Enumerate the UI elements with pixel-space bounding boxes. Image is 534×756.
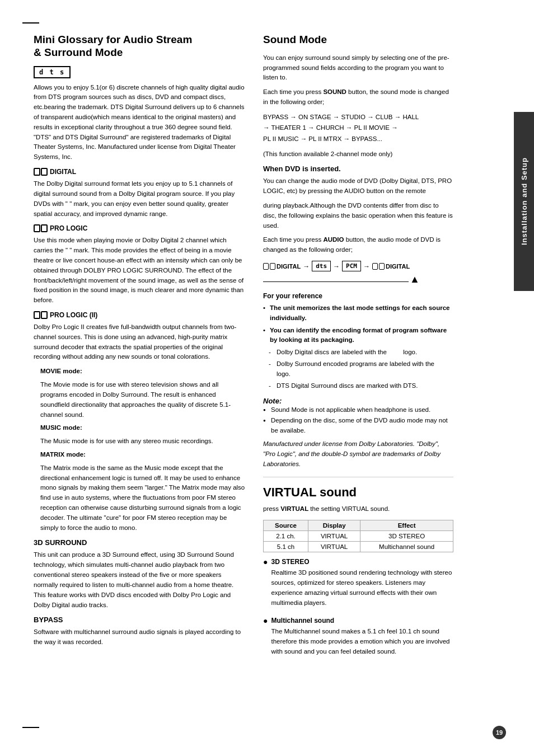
table-header-source: Source (264, 520, 308, 531)
side-tab-text: Installation and Setup (520, 157, 528, 245)
page-number: 19 (493, 726, 506, 739)
dd-symbol (34, 168, 48, 176)
when-dvd-inserted-title: When DVD is inserted. (263, 165, 453, 173)
flow-underline (263, 281, 409, 282)
note-title: Note: (263, 397, 282, 405)
corner-decoration-top (22, 22, 39, 24)
sound-mode-flow: BYPASS → ON STAGE → STUDIO → CLUB → HALL… (263, 112, 453, 145)
pro-logic-rect-1 (34, 224, 40, 232)
left-section-title: Mini Glossary for Audio Stream& Surround… (34, 34, 246, 59)
pro-logic-text: PRO LOGIC (50, 224, 87, 232)
virtual-sound-intro: press VIRTUAL the setting VIRTUAL sound. (263, 504, 453, 514)
flow-dd-1: DIGITAL (263, 263, 301, 270)
flow-arrow-up: ▲ (410, 274, 420, 285)
sound-mode-intro: You can enjoy surround sound simply by s… (263, 53, 453, 83)
corner-decoration-bottom (22, 727, 39, 728)
reference-title: For your reference (263, 292, 453, 300)
audio-flow-container: DIGITAL → dts → PCM → DIGITAL ▲ (263, 261, 453, 285)
pro-logic-label: PRO LOGIC (34, 224, 246, 232)
flow-arrow-2: → (333, 262, 340, 270)
flow-dd-rect-1 (263, 263, 269, 270)
3d-stereo-bullet-dot: ● (263, 557, 268, 566)
note-2: Depending on the disc, some of the DVD a… (263, 416, 453, 436)
table-cell-display-1: VIRTUAL (308, 531, 360, 542)
flow-arrow-3: → (363, 262, 370, 270)
table-row-1: 2.1 ch. VIRTUAL 3D STEREO (264, 531, 453, 542)
dvd-intro: You can change the audio mode of DVD (Do… (263, 176, 453, 196)
multichannel-body: The Multichannel sound makes a 5.1 ch fe… (271, 627, 453, 656)
flow-pcm: PCM (342, 261, 361, 271)
3d-stereo-title: 3D STEREO (271, 558, 453, 566)
table-cell-effect-2: Multichannel sound (360, 542, 453, 552)
3d-stereo-content: 3D STEREO Realtime 3D positioned sound r… (271, 558, 453, 612)
multichannel-section: ● Multichannel sound The Multichannel so… (263, 617, 453, 661)
table-cell-source-2: 5.1 ch (264, 542, 308, 552)
pro-logic-ii-rect-2 (41, 311, 48, 319)
dd-rect-2 (41, 168, 48, 176)
table-cell-source-1: 2.1 ch. (264, 531, 308, 542)
dolby-digital-label: DIGITAL (34, 168, 246, 176)
table-cell-display-2: VIRTUAL (308, 542, 360, 552)
flow-underline-container: ▲ (263, 277, 453, 285)
3d-surround-title: 3D SURROUND (34, 538, 246, 547)
reference-bullets: The unit memorizes the last mode setting… (263, 303, 453, 345)
pro-logic-ii-label: PRO LOGIC (II) (34, 311, 246, 319)
table-header-display: Display (308, 520, 360, 531)
sound-mode-title: Sound Mode (263, 34, 453, 46)
flow-dd-rect-3 (372, 263, 378, 270)
pro-logic-ii-body: Dolby Pro Logic II creates five full-ban… (34, 322, 246, 362)
pro-logic-ii-music-title: MUSIC mode: (34, 423, 246, 433)
3d-stereo-section: ● 3D STEREO Realtime 3D positioned sound… (263, 558, 453, 612)
flow-dts: dts (312, 261, 331, 271)
virtual-sound-title: VIRTUAL sound (263, 485, 453, 500)
multichannel-content: Multichannel sound The Multichannel soun… (271, 617, 453, 661)
pro-logic-ii-music-body: The Music mode is for use with any stere… (34, 436, 246, 447)
ref-dash-1: Dolby Digital discs are labeled with the… (269, 348, 453, 358)
dd-rect-1 (34, 168, 40, 176)
pro-logic-rect-2 (41, 224, 48, 232)
pro-logic-ii-movie-body: The Movie mode is for use with stereo te… (34, 380, 246, 420)
flow-dd-rect-4 (379, 263, 385, 270)
bypass-title: BYPASS (34, 616, 246, 624)
notes-list: Sound Mode is not applicable when headph… (263, 405, 453, 436)
left-column: Mini Glossary for Audio Stream& Surround… (34, 34, 246, 666)
dts-body: Allows you to enjoy 5.1(or 6) discrete c… (34, 83, 246, 163)
dvd-press-info: Each time you press AUDIO button, the au… (263, 235, 453, 255)
dolby-digital-text: DIGITAL (50, 168, 76, 176)
reference-dashes: Dolby Digital discs are labeled with the… (263, 348, 453, 391)
pro-logic-ii-movie-title: MOVIE mode: (34, 367, 246, 377)
pro-logic-ii-rect-1 (34, 311, 40, 319)
virtual-table: Source Display Effect 2.1 ch. VIRTUAL 3D… (263, 520, 453, 552)
flow-arrow-1: → (303, 262, 310, 270)
table-cell-effect-1: 3D STEREO (360, 531, 453, 542)
table-header-effect: Effect (360, 520, 453, 531)
note-section: Note: Sound Mode is not applicable when … (263, 397, 453, 469)
flow-dd-2: DIGITAL (372, 263, 410, 270)
ref-dash-2: Dolby Surround encoded programs are labe… (269, 359, 453, 379)
section-divider (263, 477, 453, 477)
ref-bullet-1: The unit memorizes the last mode setting… (263, 303, 453, 323)
ref-dash-3: DTS Digital Surround discs are marked wi… (269, 381, 453, 391)
note-1: Sound Mode is not applicable when headph… (263, 405, 453, 415)
italic-note: Manufactured under license from Dolby La… (263, 439, 453, 469)
pro-logic-ii-text: PRO LOGIC (II) (50, 311, 97, 319)
pro-logic-ii-matrix-title: MATRIX mode: (34, 450, 246, 460)
3d-surround-body: This unit can produce a 3D Surround effe… (34, 550, 246, 610)
pro-logic-ii-matrix-body: The Matrix mode is the same as the Music… (34, 463, 246, 533)
sound-mode-note: (This function available 2-channel mode … (263, 149, 453, 159)
flow-dd-rect-2 (270, 263, 275, 270)
dts-label: d t s (34, 66, 71, 78)
pro-logic-body: Use this mode when playing movie or Dolb… (34, 236, 246, 306)
bypass-body: Software with multichannel surround audi… (34, 627, 246, 647)
table-row-2: 5.1 ch VIRTUAL Multichannel sound (264, 542, 453, 552)
multichannel-bullet-dot: ● (263, 616, 268, 625)
dvd-body: during playback.Although the DVD content… (263, 201, 453, 231)
audio-flow: DIGITAL → dts → PCM → DIGITAL (263, 261, 453, 271)
sound-mode-press-info: Each time you press SOUND button, the so… (263, 87, 453, 107)
right-column: Sound Mode You can enjoy surround sound … (263, 34, 476, 666)
dolby-digital-body: The Dolby Digital surround format lets y… (34, 179, 246, 219)
3d-stereo-body: Realtime 3D positioned sound rendering t… (271, 568, 453, 608)
side-tab: Installation and Setup (514, 112, 534, 291)
main-content: Mini Glossary for Audio Stream& Surround… (34, 34, 515, 666)
multichannel-title: Multichannel sound (271, 617, 453, 624)
